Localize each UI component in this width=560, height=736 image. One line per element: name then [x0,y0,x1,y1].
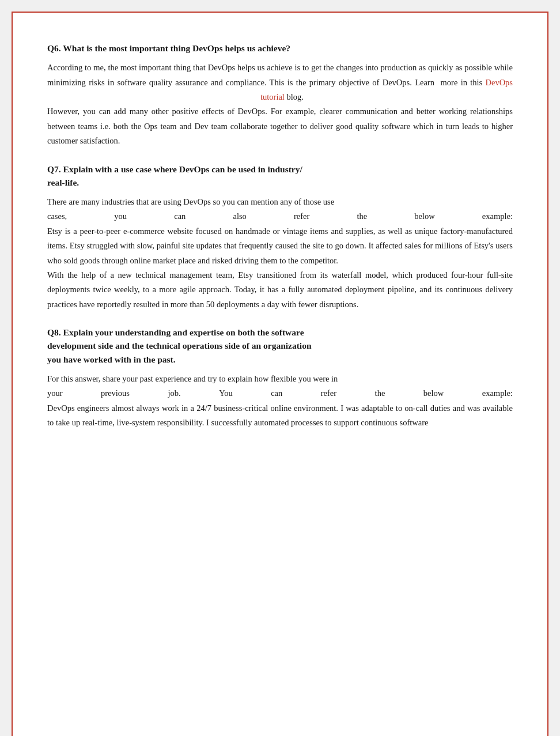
q7-paragraph2: Etsy is a peer-to-peer e-commerce websit… [47,224,513,268]
q8-paragraph1: For this answer, share your past experie… [47,372,513,386]
q7-heading: Q7. Explain with a use case where DevOps… [47,163,513,190]
q8-spread-line: your previous job. You can refer the bel… [47,386,513,401]
q8-heading: Q8. Explain your understanding and exper… [47,326,513,366]
page-container: Q6. What is the most important thing Dev… [12,12,548,736]
q7-section: Q7. Explain with a use case where DevOps… [47,163,513,312]
q6-section: Q6. What is the most important thing Dev… [47,41,513,149]
tutorial-link[interactable]: tutorial [260,92,285,101]
q8-section: Q8. Explain your understanding and exper… [47,326,513,430]
q8-paragraph2: DevOps engineers almost always work in a… [47,401,513,431]
q6-paragraph2: However, you can add many other positive… [47,104,513,148]
q7-paragraph3: With the help of a new technical managem… [47,268,513,312]
q6-paragraph1: According to me, the most important thin… [47,61,513,104]
devops-link[interactable]: DevOps [485,78,513,87]
q7-spread-line: cases, you can also refer the below exam… [47,209,513,224]
q7-paragraph1: There are many industries that are using… [47,195,513,209]
q6-heading: Q6. What is the most important thing Dev… [47,41,513,55]
